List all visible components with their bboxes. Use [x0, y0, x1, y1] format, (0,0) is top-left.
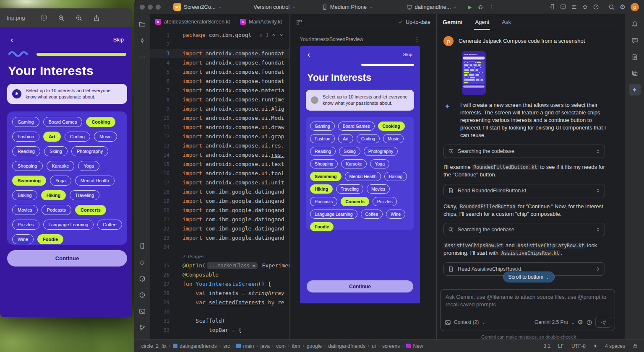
share-icon[interactable]: [92, 13, 101, 23]
expander-icon[interactable]: [595, 188, 600, 193]
code-line[interactable]: 6import androidx.compose.foundat: [150, 77, 289, 86]
code-line[interactable]: 32 topBar = {: [150, 326, 289, 335]
preview-more-icon[interactable]: ⋮: [414, 36, 420, 43]
code-line[interactable]: 8import androidx.compose.runtime: [150, 95, 289, 104]
code-line[interactable]: 23import com.ibm.google.datingand: [150, 233, 289, 243]
gemini-status-icon[interactable]: ✦: [593, 343, 597, 349]
breadcrumb-item[interactable]: google: [307, 343, 322, 349]
code-line[interactable]: 14import androidx.compose.ui.res.: [150, 150, 289, 160]
next-issue-icon[interactable]: [279, 33, 284, 37]
code-line[interactable]: 21import com.ibm.google.datingand: [150, 215, 289, 224]
code-line[interactable]: 2 Usages: [150, 252, 289, 261]
device-manager-icon[interactable]: [547, 2, 558, 13]
send-button[interactable]: [595, 317, 611, 328]
profiler-icon[interactable]: [590, 2, 601, 13]
editor-tab[interactable]: KMainActivity.kt: [235, 14, 287, 29]
more-tool-windows-icon[interactable]: ⋯: [136, 51, 148, 63]
app-insights-icon[interactable]: [579, 2, 590, 13]
breadcrumb-item[interactable]: datingandfriends: [173, 343, 217, 349]
breadcrumb-item[interactable]: screens: [382, 343, 400, 349]
code-line[interactable]: 13import androidx.compose.ui.res.: [150, 141, 289, 150]
code-line[interactable]: 27fun YourInterestsScreen() {: [150, 280, 289, 289]
zoom-out-icon[interactable]: [57, 13, 66, 23]
close-window-button[interactable]: [140, 5, 145, 10]
device-explorer-icon[interactable]: [629, 51, 641, 63]
commit-tool-icon[interactable]: [136, 35, 148, 47]
code-line[interactable]: 10import androidx.compose.ui.Modi: [150, 114, 289, 123]
code-line[interactable]: 26@Composable: [150, 270, 289, 280]
code-line[interactable]: 29 var selectedInterests by re: [150, 298, 289, 307]
breadcrumb-item[interactable]: main: [236, 343, 254, 349]
attach-context-icon[interactable]: [445, 319, 451, 326]
project-tool-icon[interactable]: [136, 18, 148, 30]
agent-action-chip[interactable]: Read RoundedFilledButton.kt: [443, 184, 605, 197]
breadcrumb-item[interactable]: New: [406, 343, 423, 349]
gem-tool-icon[interactable]: ◇: [136, 256, 148, 268]
history-icon[interactable]: [586, 319, 592, 326]
breadcrumb-item[interactable]: ibm: [292, 343, 300, 349]
code-line[interactable]: 18import com.ibm.google.datingand: [150, 187, 289, 197]
expander-icon[interactable]: [595, 149, 600, 154]
agent-action-chip[interactable]: Searching the codebase: [443, 145, 605, 158]
problems-tool-icon[interactable]: [136, 289, 148, 301]
code-line[interactable]: 30: [150, 307, 289, 316]
device-mirroring-icon[interactable]: [136, 240, 148, 252]
file-encoding[interactable]: UTF-8: [571, 343, 586, 349]
tab-agent[interactable]: Agent: [475, 14, 489, 30]
model-selector[interactable]: Gemini 2.5 Pro: [534, 319, 568, 325]
code-line[interactable]: 19import com.ibm.google.datingand: [150, 197, 289, 206]
code-line[interactable]: 16import androidx.compose.ui.tool: [150, 169, 289, 178]
code-line[interactable]: 22import com.ibm.google.datingand: [150, 224, 289, 233]
code-line[interactable]: 7import androidx.compose.materia: [150, 86, 289, 95]
run-button[interactable]: ▶: [464, 2, 475, 13]
caret-position[interactable]: 3:1: [543, 343, 550, 349]
code-line[interactable]: 28 val interests = stringArray: [150, 289, 289, 298]
layout-inspector-icon[interactable]: [629, 67, 641, 79]
logcat-icon[interactable]: [568, 2, 579, 13]
context-label[interactable]: Context (2): [454, 319, 479, 325]
build-tool-icon[interactable]: [136, 273, 148, 285]
indent-setting[interactable]: 4 spaces: [605, 343, 625, 349]
info-icon[interactable]: ⓘ: [39, 13, 48, 23]
vcs-widget[interactable]: Version control ⌄: [250, 2, 299, 13]
code-line[interactable]: 15import androidx.compose.ui.text: [150, 160, 289, 169]
version-control-tool-icon[interactable]: [136, 322, 148, 334]
code-line[interactable]: 31 Scaffold(: [150, 316, 289, 326]
notifications-icon[interactable]: [629, 18, 641, 30]
zoom-in-icon[interactable]: [74, 13, 83, 23]
project-widget[interactable]: SC Screen2Co... ⌄: [170, 2, 225, 13]
scroll-to-bottom-button[interactable]: Scroll to bottom ⌄: [503, 272, 555, 282]
lock-icon[interactable]: [633, 343, 638, 349]
editor-tab[interactable]: KateIdeasGeneratorScreen.kt: [150, 14, 235, 29]
breadcrumb-item[interactable]: com: [276, 343, 286, 349]
code-line[interactable]: 25@OptIn(...markerClass = Experiment: [150, 261, 289, 270]
code-line[interactable]: 3import androidx.compose.foundat: [150, 49, 289, 58]
search-icon[interactable]: [606, 2, 617, 13]
gemini-input[interactable]: Ask Gemini, use @filename to attach sour…: [440, 289, 615, 331]
code-line[interactable]: 17import androidx.compose.ui.unit: [150, 178, 289, 187]
expander-icon[interactable]: [595, 227, 600, 232]
breadcrumb-item[interactable]: ui: [372, 343, 375, 349]
gemini-settings-icon[interactable]: ⚙: [578, 318, 583, 326]
code-line[interactable]: 4import androidx.compose.foundat: [150, 58, 289, 67]
code-line[interactable]: 5import androidx.compose.foundat: [150, 67, 289, 77]
code-line[interactable]: 24: [150, 243, 289, 252]
ai-chat-icon[interactable]: [629, 35, 641, 47]
code-editor[interactable]: 1package com.ibm.googl23import androidx.…: [150, 29, 289, 339]
settings-icon[interactable]: ⚙: [617, 2, 628, 13]
user-avatar[interactable]: p: [631, 3, 639, 11]
code-line[interactable]: 2: [150, 40, 289, 49]
device-selector[interactable]: Medium Phone ⌄: [318, 2, 376, 13]
breadcrumb-item[interactable]: _circle_2_fix: [138, 343, 167, 349]
code-line[interactable]: 20import com.ibm.google.datingand: [150, 206, 289, 215]
gemini-icon[interactable]: ✦: [629, 84, 641, 96]
preview-layout-icon[interactable]: [294, 17, 304, 27]
running-devices-icon[interactable]: [558, 2, 568, 13]
attached-screenshot-thumbnail[interactable]: Your Interests: [462, 51, 486, 95]
agent-action-chip[interactable]: Searching the codebase: [443, 223, 605, 236]
expander-icon[interactable]: [595, 267, 600, 272]
breadcrumb-item[interactable]: datingandfriends: [328, 343, 365, 349]
breadcrumb-item[interactable]: src: [223, 343, 230, 349]
code-line[interactable]: 11import androidx.compose.ui.draw: [150, 123, 289, 132]
line-separator[interactable]: LF: [558, 343, 564, 349]
